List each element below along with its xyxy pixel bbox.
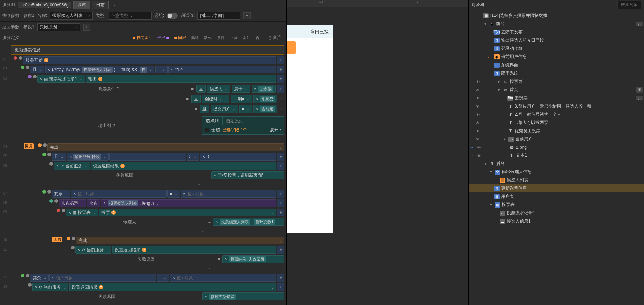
node-dot[interactable] bbox=[28, 75, 32, 78]
node-dot[interactable] bbox=[47, 190, 51, 194]
node-dot[interactable] bbox=[38, 143, 42, 147]
tree-home[interactable]: 👁▼▭首页服 bbox=[469, 86, 644, 94]
and-block[interactable]: 且⌄ bbox=[30, 66, 44, 73]
filter-op[interactable]: =⌄ bbox=[239, 105, 252, 113]
node-dot[interactable] bbox=[49, 162, 53, 166]
eye-icon[interactable]: 👁 bbox=[474, 129, 480, 133]
node-dot[interactable] bbox=[54, 199, 58, 203]
flow-row-06b[interactable]: 失败原因 = ↖'重复投票，请刷新页面' bbox=[0, 171, 286, 180]
add-button[interactable]: + bbox=[277, 209, 284, 216]
filter-op[interactable]: 日期=⌄ bbox=[231, 95, 252, 103]
add-button[interactable]: + bbox=[277, 153, 284, 161]
op-block[interactable]: =⌄ bbox=[167, 190, 180, 198]
vote-block[interactable]: 投票?⌄ bbox=[99, 209, 276, 216]
flow-row-10[interactable]: 10 回调 完成⌄ bbox=[0, 237, 286, 245]
collapse-icon[interactable]: ▼ bbox=[489, 170, 493, 174]
filter-and[interactable]: 且 bbox=[191, 95, 201, 103]
tree-sys-ui[interactable]: ▭系统界面 bbox=[469, 61, 644, 69]
node-dot[interactable] bbox=[71, 246, 75, 249]
tree-cand-info1[interactable]: ☰候选人信息1 bbox=[469, 217, 644, 225]
filter-and[interactable]: 且 bbox=[200, 105, 209, 113]
collapse-icon[interactable]: ▼ bbox=[483, 162, 487, 166]
flow-row-05[interactable]: 05 且⌄ ↖输出结果.行数⌄ >⌄ ↖0 + bbox=[0, 153, 286, 161]
node-dot[interactable] bbox=[62, 209, 65, 212]
log-button[interactable]: 日志 bbox=[92, 1, 109, 9]
tree-cand-list[interactable]: ☰候选人列表 bbox=[469, 176, 644, 184]
node-dot[interactable] bbox=[21, 66, 24, 69]
node-dot[interactable] bbox=[43, 143, 47, 147]
tree-current-user2[interactable]: 👁▼▭当前用户 bbox=[469, 135, 644, 143]
add-button[interactable]: + bbox=[277, 66, 284, 73]
service-block[interactable]: ↖⟳当前服务⌄ bbox=[75, 246, 111, 254]
tab-action[interactable]: 动作 bbox=[202, 34, 214, 41]
tab-merge[interactable]: 合并 bbox=[253, 34, 266, 41]
add-button[interactable]: + bbox=[277, 162, 284, 170]
filter-val[interactable]: ↖当前用 bbox=[253, 105, 277, 113]
node-dot[interactable] bbox=[72, 237, 75, 240]
tree-go-vote[interactable]: 👁Btn去投票⬚ bbox=[469, 94, 644, 102]
placeholder-block[interactable]: ↖值 / 对象 bbox=[49, 274, 156, 282]
eye-icon[interactable]: 👁 bbox=[474, 80, 480, 84]
and-block[interactable]: 且⌄ bbox=[52, 153, 66, 161]
filter-val[interactable]: ↖投票候 bbox=[252, 85, 276, 93]
add-button[interactable]: + bbox=[277, 199, 284, 207]
tab-loop[interactable]: 循环 bbox=[189, 34, 201, 41]
flow-row-06[interactable]: 06 ↖⟳当前服务⌄ 设置返回结果?⌄ + bbox=[0, 162, 286, 171]
eye-icon[interactable]: 👁 bbox=[476, 153, 482, 158]
node-dot[interactable] bbox=[33, 75, 37, 78]
eye-icon[interactable]: 👁 bbox=[476, 145, 482, 149]
add-button[interactable]: + bbox=[277, 283, 284, 291]
collapse-icon[interactable]: ▼ bbox=[502, 138, 507, 141]
output-block[interactable]: 输出?⌄ bbox=[86, 75, 276, 83]
set-return-block[interactable]: 设置返回结果?⌄ bbox=[91, 162, 276, 170]
collapse-button[interactable]: ⌄ bbox=[113, 181, 284, 187]
clear-icon[interactable]: × bbox=[233, 13, 238, 18]
remove-icon[interactable]: × bbox=[279, 106, 284, 111]
collapse-icon[interactable]: ▼ bbox=[483, 22, 487, 26]
node-dot[interactable] bbox=[42, 190, 46, 194]
flow-row-12[interactable]: 12 其余⌄ ↖值 / 对象 =⌄ ↖值 / 对象 + bbox=[0, 274, 286, 282]
help-icon[interactable]: ? bbox=[99, 285, 103, 289]
op-block[interactable]: =⌄ bbox=[157, 274, 169, 282]
help-icon[interactable]: ? bbox=[111, 210, 116, 215]
add-step-button[interactable]: + bbox=[277, 56, 284, 64]
tree-output-cand[interactable]: ⚙输出候选人和今日已投 bbox=[469, 36, 644, 44]
else-block[interactable]: 其余⌄ bbox=[30, 274, 49, 282]
tree-excellent[interactable]: 👁T优秀员工投票 bbox=[469, 127, 644, 135]
node-dot[interactable] bbox=[49, 199, 53, 203]
param-type-select[interactable]: 任意类型⌄ bbox=[109, 12, 152, 20]
tab-select-col[interactable]: 选择列 bbox=[202, 117, 223, 125]
flow-row-11[interactable]: 11 ↖⟳当前服务⌄ 设置返回结果?⌄ + bbox=[0, 246, 286, 254]
filter-field[interactable]: 候选人⌄ bbox=[207, 85, 230, 93]
flow-row-02[interactable]: 02 且⌄ ↖(Array. isArray(投票候选人列表) ==true) … bbox=[0, 66, 286, 74]
op-block[interactable]: =⌄ bbox=[155, 66, 168, 73]
tree-backend[interactable]: ▼🗄后台 bbox=[469, 159, 644, 168]
forward-arrow-icon[interactable]: → bbox=[469, 145, 474, 150]
expand-icon[interactable]: ▶ bbox=[497, 80, 501, 84]
spacer-block[interactable] bbox=[109, 153, 186, 161]
tree-vote-record1[interactable]: ▭投票流水记录1 bbox=[469, 209, 644, 217]
tree-current-user[interactable]: ←◉当前用户信息 bbox=[469, 53, 644, 61]
tree-update-vote[interactable]: ⚙更新选票信息 bbox=[469, 184, 644, 192]
tree-vote-page[interactable]: 👁▶▭投票页 bbox=[469, 77, 644, 86]
flow-row-11b[interactable]: 失败原因 = ↖投票结果. 失败原因 bbox=[0, 255, 286, 264]
ruler-close-icon[interactable]: × bbox=[416, 1, 418, 4]
tab-remark[interactable]: 备注 bbox=[240, 34, 253, 41]
eye-icon[interactable]: 👁 bbox=[474, 96, 480, 100]
eye-icon[interactable]: 👁 bbox=[474, 113, 480, 117]
set-return-block[interactable]: 设置返回结果?⌄ bbox=[69, 283, 276, 291]
tree-rule3[interactable]: 👁T3.每位用户一天只能给同一候选人投一票 bbox=[469, 102, 644, 110]
eye-icon[interactable]: 👁 bbox=[474, 104, 480, 109]
param-name-input[interactable]: 投票候选人列表× bbox=[50, 12, 93, 20]
tree-img2[interactable]: →👁🖼2.png bbox=[469, 143, 644, 151]
tree-login-group[interactable]: ⚙登录动作组 bbox=[469, 44, 644, 53]
debug-button[interactable]: 调试 bbox=[73, 1, 90, 9]
expr-block[interactable]: ↖投票结果. 失败原因 bbox=[222, 255, 284, 263]
collapse-icon[interactable]: ▼ bbox=[489, 203, 493, 207]
filter-and[interactable]: 且 bbox=[196, 85, 206, 93]
table-block[interactable]: ↖▦投票表⌄ bbox=[66, 209, 98, 216]
node-dot[interactable] bbox=[14, 56, 17, 60]
node-dot[interactable] bbox=[42, 153, 46, 156]
add-param-button[interactable]: + bbox=[243, 12, 251, 19]
service-start-block[interactable]: 服务开始?⌄ bbox=[23, 56, 276, 64]
